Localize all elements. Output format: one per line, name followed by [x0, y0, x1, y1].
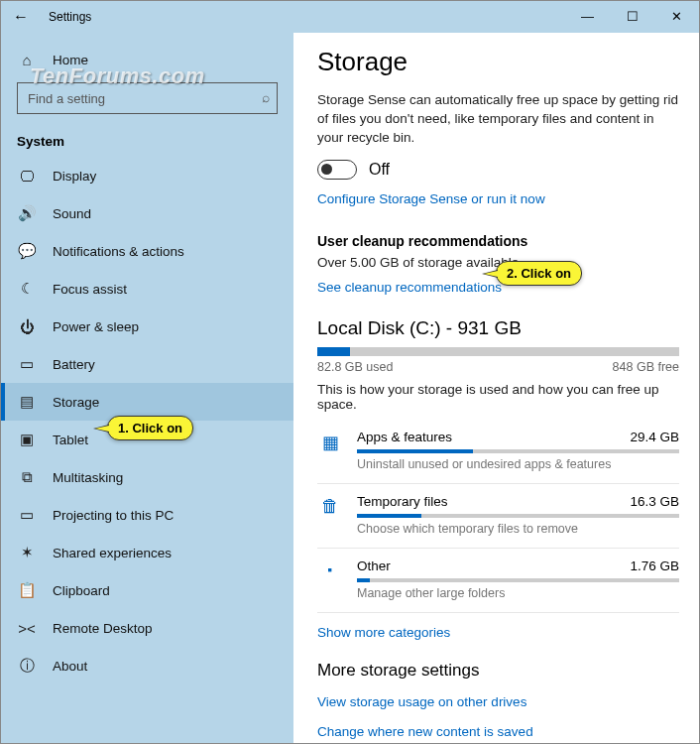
titlebar: ← Settings — ☐ ✕	[1, 1, 699, 33]
multitasking-icon: ⧉	[17, 467, 37, 487]
trash-icon: 🗑	[317, 494, 343, 520]
view-other-drives-link[interactable]: View storage usage on other drives	[317, 694, 526, 709]
folder-icon: 🞍	[317, 558, 343, 584]
sidebar-item-remote-desktop[interactable]: ><Remote Desktop	[1, 609, 293, 647]
shared-icon: ✶	[17, 543, 37, 562]
disk-used-label: 82.8 GB used	[317, 360, 393, 374]
power-icon: ⏻	[17, 316, 37, 336]
about-icon: ⓘ	[17, 656, 37, 676]
change-save-location-link[interactable]: Change where new content is saved	[317, 724, 533, 739]
sound-icon: 🔊	[17, 203, 37, 223]
sidebar-item-display[interactable]: 🖵Display	[1, 157, 293, 194]
disk-title: Local Disk (C:) - 931 GB	[317, 317, 679, 339]
back-button[interactable]: ←	[1, 8, 41, 26]
maximize-button[interactable]: ☐	[610, 1, 654, 33]
page-title: Storage	[317, 47, 679, 77]
disk-usage-bar	[317, 347, 679, 356]
sidebar-item-battery[interactable]: ▭Battery	[1, 345, 293, 383]
more-storage-heading: More storage settings	[317, 661, 679, 681]
category-other[interactable]: 🞍 Other1.76 GB Manage other large folder…	[317, 549, 679, 613]
clipboard-icon: 📋	[17, 580, 37, 600]
projecting-icon: ▭	[17, 505, 37, 525]
battery-icon: ▭	[17, 354, 37, 374]
sidebar-heading: System	[1, 124, 293, 157]
storage-sense-toggle[interactable]	[317, 160, 357, 180]
disk-desc: This is how your storage is used and how…	[317, 382, 679, 412]
disk-free-label: 848 GB free	[613, 360, 679, 374]
minimize-button[interactable]: —	[565, 1, 610, 33]
apps-icon: ▦	[317, 430, 343, 455]
sidebar-item-notifications[interactable]: 💬Notifications & actions	[1, 232, 293, 270]
storage-icon: ▤	[17, 392, 37, 412]
notifications-icon: 💬	[17, 241, 37, 261]
category-temporary-files[interactable]: 🗑 Temporary files16.3 GB Choose which te…	[317, 484, 679, 549]
sidebar-item-clipboard[interactable]: 📋Clipboard	[1, 571, 293, 609]
sidebar-item-focus-assist[interactable]: ☾Focus assist	[1, 270, 293, 308]
tablet-icon: ▣	[17, 430, 37, 449]
sidebar-item-multitasking[interactable]: ⧉Multitasking	[1, 458, 293, 496]
callout-2: 2. Click on	[496, 261, 582, 286]
sidebar-item-sound[interactable]: 🔊Sound	[1, 194, 293, 232]
cleanup-recommendations-link[interactable]: See cleanup recommendations	[317, 280, 502, 295]
close-button[interactable]: ✕	[654, 1, 699, 33]
callout-1: 1. Click on	[107, 416, 193, 440]
show-more-categories-link[interactable]: Show more categories	[317, 625, 450, 640]
storage-sense-toggle-label: Off	[369, 161, 390, 179]
cleanup-heading: User cleanup recommendations	[317, 233, 679, 249]
main-panel: Storage Storage Sense can automatically …	[293, 33, 699, 743]
display-icon: 🖵	[17, 166, 37, 186]
configure-storage-sense-link[interactable]: Configure Storage Sense or run it now	[317, 191, 545, 206]
category-apps-features[interactable]: ▦ Apps & features29.4 GB Uninstall unuse…	[317, 420, 679, 484]
sidebar-item-shared-experiences[interactable]: ✶Shared experiences	[1, 534, 293, 571]
storage-sense-desc: Storage Sense can automatically free up …	[317, 91, 679, 148]
window-title: Settings	[41, 10, 565, 24]
remote-desktop-icon: ><	[17, 618, 37, 638]
sidebar: ⌂ Home ⌕ System 🖵Display 🔊Sound 💬Notific…	[1, 33, 293, 743]
sidebar-item-projecting[interactable]: ▭Projecting to this PC	[1, 496, 293, 534]
search-icon: ⌕	[262, 89, 270, 105]
focus-assist-icon: ☾	[17, 279, 37, 299]
watermark: TenForums.com	[30, 63, 205, 89]
sidebar-item-power-sleep[interactable]: ⏻Power & sleep	[1, 308, 293, 345]
sidebar-item-about[interactable]: ⓘAbout	[1, 647, 293, 684]
